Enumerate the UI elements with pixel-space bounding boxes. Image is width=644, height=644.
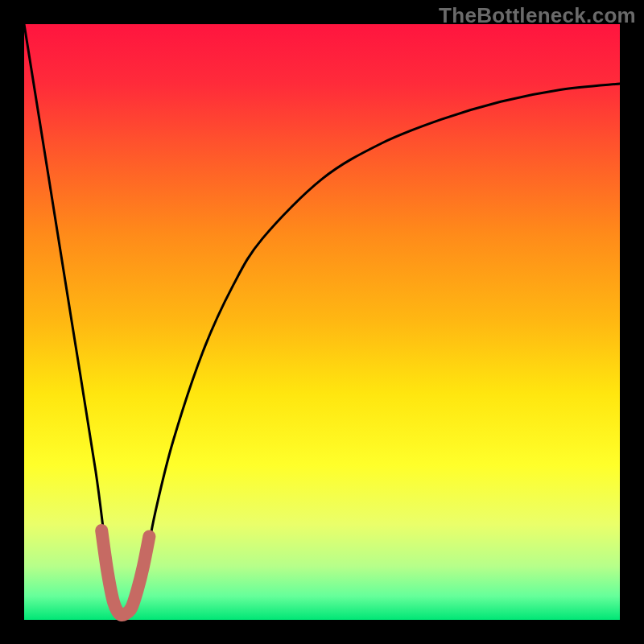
bottleneck-chart <box>0 0 644 644</box>
chart-frame: TheBottleneck.com <box>0 0 644 644</box>
plot-area <box>24 24 620 620</box>
watermark-text: TheBottleneck.com <box>439 3 636 28</box>
